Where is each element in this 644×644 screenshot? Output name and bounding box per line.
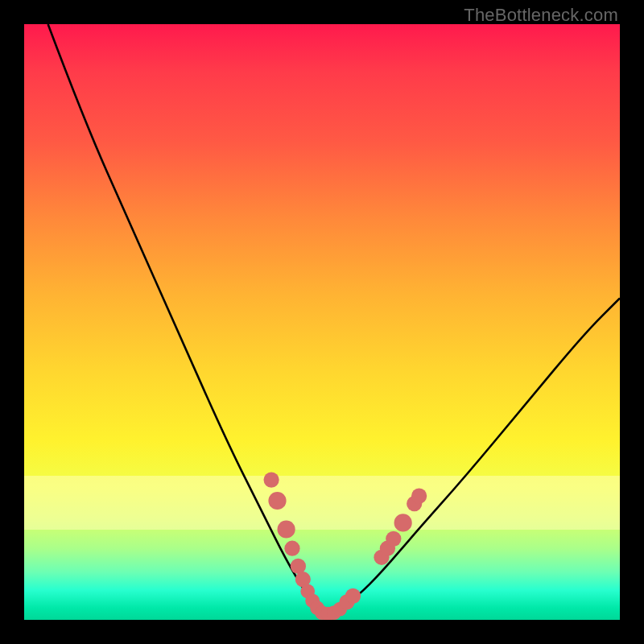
bottleneck-curve-line	[48, 24, 620, 614]
curve-markers	[263, 472, 427, 620]
watermark-text: TheBottleneck.com	[464, 5, 618, 26]
curve-marker	[386, 531, 401, 547]
curve-marker	[345, 588, 361, 604]
curve-marker	[411, 488, 427, 503]
chart-frame: TheBottleneck.com	[0, 0, 644, 644]
curve-marker	[394, 514, 412, 531]
chart-plot-area	[24, 24, 620, 620]
curve-marker	[263, 472, 279, 487]
curve-marker	[268, 492, 286, 510]
curve-marker	[278, 520, 295, 538]
chart-svg	[24, 24, 620, 620]
curve-marker	[284, 541, 299, 556]
